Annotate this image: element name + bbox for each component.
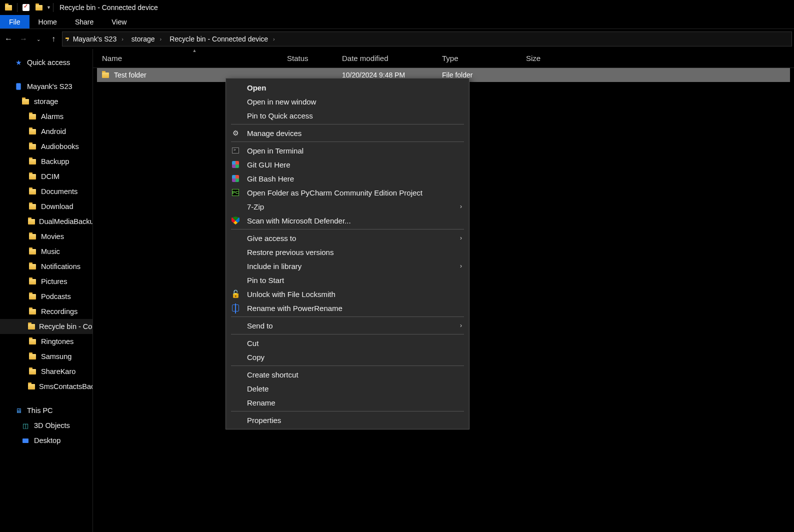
menu-item[interactable]: ⚙Manage devices <box>226 126 469 140</box>
menu-item[interactable]: Send to› <box>226 318 469 332</box>
tree-item[interactable]: Alarms <box>0 109 92 124</box>
chevron-right-icon[interactable]: › <box>120 36 124 42</box>
menu-item[interactable]: Delete <box>226 382 469 396</box>
tree-item-label: Alarms <box>41 112 64 120</box>
menu-item[interactable]: Open in Terminal <box>226 144 469 158</box>
qat-properties-icon[interactable] <box>22 3 30 12</box>
column-header-status[interactable]: Status <box>287 54 342 62</box>
breadcrumb-item[interactable]: Recycle bin - Connected device › <box>166 35 279 43</box>
tab-home[interactable]: Home <box>30 15 66 28</box>
menu-item-label: Open <box>247 84 266 92</box>
chevron-right-icon[interactable]: › <box>66 35 69 43</box>
menu-item[interactable]: Pin to Quick access <box>226 108 469 122</box>
menu-item[interactable]: Include in library› <box>226 259 469 273</box>
tree-item-label: Backupp <box>41 158 69 166</box>
tab-file[interactable]: File <box>0 15 30 28</box>
tree-item-label: Android <box>41 128 66 136</box>
folder-icon <box>28 278 37 286</box>
nav-forward-button[interactable]: → <box>17 32 30 46</box>
tree-item[interactable]: Ringtones <box>0 334 92 349</box>
tab-share[interactable]: Share <box>66 15 102 28</box>
star-icon: ★ <box>14 58 23 66</box>
rename-icon <box>231 304 240 312</box>
folder-icon <box>28 142 37 150</box>
menu-item[interactable]: Rename <box>226 396 469 410</box>
column-header-date[interactable]: Date modified <box>342 54 442 62</box>
tree-item[interactable]: Pictures <box>0 274 92 289</box>
menu-item[interactable]: Give access to› <box>226 231 469 245</box>
tree-item[interactable]: ★Quick access <box>0 55 92 70</box>
breadcrumb-label: Recycle bin - Connected device <box>170 35 268 43</box>
nav-recent-dropdown[interactable]: ⌄ <box>32 32 45 46</box>
menu-item[interactable]: Properties <box>226 413 469 427</box>
folder-icon <box>28 322 35 330</box>
tree-item-label: Movies <box>41 232 64 240</box>
tree-item[interactable]: Recycle bin - Con <box>0 319 92 334</box>
menu-item[interactable]: Git Bash Here <box>226 172 469 186</box>
folder-icon <box>28 232 37 240</box>
menu-item[interactable]: Git GUI Here <box>226 158 469 172</box>
tree-item[interactable]: Desktop <box>0 433 92 448</box>
tree-item[interactable]: DCIM <box>0 169 92 184</box>
tree-item-label: This PC <box>27 406 53 414</box>
menu-item[interactable]: Open <box>226 80 469 94</box>
menu-item[interactable]: Pin to Start <box>226 273 469 287</box>
menu-item[interactable]: 7-Zip› <box>226 200 469 214</box>
tree-item-label: Music <box>41 248 60 256</box>
menu-item[interactable]: Cut <box>226 336 469 350</box>
tree-item[interactable]: DualMediaBacku <box>0 214 92 229</box>
tree-item[interactable]: Download <box>0 199 92 214</box>
menu-item-label: Restore previous versions <box>247 248 334 256</box>
menu-item[interactable]: Create shortcut <box>226 368 469 382</box>
folder-icon <box>28 262 37 270</box>
tree-item[interactable]: Mayank's S23 <box>0 79 92 94</box>
menu-item[interactable]: Restore previous versions <box>226 245 469 259</box>
menu-item[interactable]: 🔓Unlock with File Locksmith <box>226 287 469 301</box>
tree-item[interactable]: ShareKaro <box>0 364 92 379</box>
app-folder-icon <box>4 3 13 12</box>
menu-item-label: Open Folder as PyCharm Community Edition… <box>247 188 422 197</box>
breadcrumb-item[interactable]: storage › <box>128 35 166 43</box>
menu-item-label: Git Bash Here <box>247 174 294 183</box>
tree-item[interactable]: Movies <box>0 229 92 244</box>
tree-item[interactable]: 🖥This PC <box>0 403 92 418</box>
tree-item-label: Audiobooks <box>41 142 79 150</box>
tree-item[interactable]: SmsContactsBac <box>0 379 92 394</box>
tree-item-label: Download <box>41 202 74 210</box>
folder-icon <box>28 188 37 196</box>
tree-item[interactable]: Recordings <box>0 304 92 319</box>
tree-item[interactable]: storage <box>0 94 92 109</box>
folder-icon <box>28 368 37 376</box>
column-header-size[interactable]: Size <box>526 54 581 62</box>
menu-separator <box>231 334 464 334</box>
folder-icon <box>28 112 37 120</box>
tree-item[interactable]: Documents <box>0 184 92 199</box>
tree-item[interactable]: Podcasts <box>0 289 92 304</box>
breadcrumb-item[interactable]: Mayank's S23 › <box>70 35 128 43</box>
menu-item[interactable]: Rename with PowerRename <box>226 301 469 315</box>
tree-item[interactable]: Notifications <box>0 259 92 274</box>
tree-item-label: DCIM <box>41 172 60 180</box>
qat-folder-icon[interactable] <box>34 3 44 12</box>
qat-dropdown-icon[interactable]: ▼ <box>46 5 51 10</box>
nav-back-button[interactable]: ← <box>2 32 15 46</box>
tree-item[interactable]: Audiobooks <box>0 139 92 154</box>
menu-item-label: Manage devices <box>247 129 302 138</box>
chevron-right-icon[interactable]: › <box>272 36 276 42</box>
menu-item-label: Pin to Start <box>247 276 284 284</box>
tab-view[interactable]: View <box>102 15 136 28</box>
address-bar[interactable]: › Mayank's S23 › storage › Recycle bin -… <box>62 32 792 46</box>
column-header-name[interactable]: ▲ Name <box>102 54 287 62</box>
tree-item[interactable]: Backupp <box>0 154 92 169</box>
menu-item[interactable]: Copy <box>226 350 469 364</box>
tree-item[interactable]: Samsung <box>0 349 92 364</box>
column-header-type[interactable]: Type <box>442 54 526 62</box>
nav-up-button[interactable]: ↑ <box>47 32 60 46</box>
tree-item[interactable]: ◫3D Objects <box>0 418 92 433</box>
menu-item[interactable]: PCOpen Folder as PyCharm Community Editi… <box>226 186 469 200</box>
tree-item[interactable]: Android <box>0 124 92 139</box>
menu-item[interactable]: Scan with Microsoft Defender... <box>226 214 469 228</box>
chevron-right-icon[interactable]: › <box>159 36 163 42</box>
menu-item[interactable]: Open in new window <box>226 94 469 108</box>
tree-item[interactable]: Music <box>0 244 92 259</box>
